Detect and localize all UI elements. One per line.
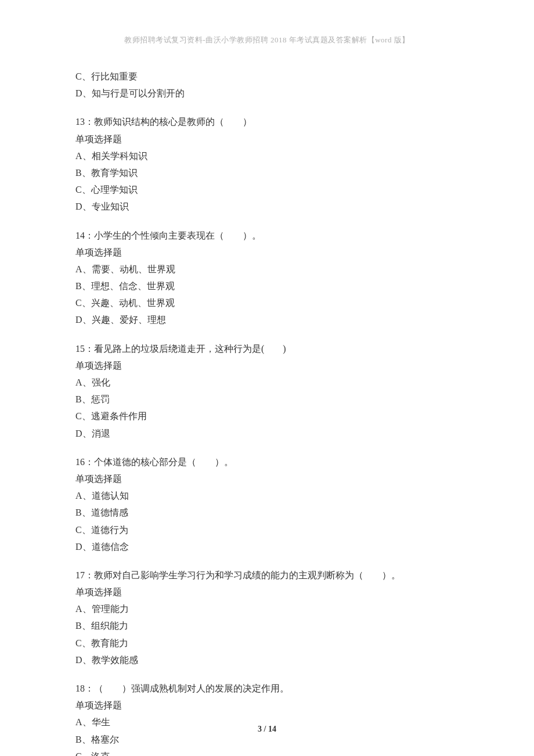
option-d: D、专业知识 bbox=[75, 199, 459, 214]
option-c: C、教育能力 bbox=[75, 635, 459, 651]
question-14: 14：小学生的个性倾向主要表现在（ ）。 单项选择题 A、需要、动机、世界观 B… bbox=[75, 228, 459, 328]
option-b: B、理想、信念、世界观 bbox=[75, 278, 459, 294]
page-header: 教师招聘考试复习资料-曲沃小学教师招聘 2018 年考试真题及答案解析【word… bbox=[0, 0, 534, 45]
option-c: C、道德行为 bbox=[75, 522, 459, 538]
question-type: 单项选择题 bbox=[75, 131, 459, 147]
question-17: 17：教师对自己影响学生学习行为和学习成绩的能力的主观判断称为（ ）。 单项选择… bbox=[75, 567, 459, 668]
option-b: B、惩罚 bbox=[75, 391, 459, 407]
option-c: C、行比知重要 bbox=[75, 69, 459, 84]
question-type: 单项选择题 bbox=[75, 697, 459, 713]
option-d: D、兴趣、爱好、理想 bbox=[75, 312, 459, 327]
option-d: D、消退 bbox=[75, 426, 459, 441]
option-c: C、心理学知识 bbox=[75, 182, 459, 197]
document-body: C、行比知重要 D、知与行是可以分割开的 13：教师知识结构的核心是教师的（ ）… bbox=[0, 45, 534, 756]
question-stem: 14：小学生的个性倾向主要表现在（ ）。 bbox=[75, 228, 459, 243]
question-stem: 16：个体道德的核心部分是（ ）。 bbox=[75, 454, 459, 470]
question-18: 18：（ ）强调成熟机制对人的发展的决定作用。 单项选择题 A、华生 B、格塞尔… bbox=[75, 681, 459, 756]
option-a: A、道德认知 bbox=[75, 488, 459, 503]
option-a: A、强化 bbox=[75, 375, 459, 390]
question-16: 16：个体道德的核心部分是（ ）。 单项选择题 A、道德认知 B、道德情感 C、… bbox=[75, 454, 459, 555]
option-a: A、相关学科知识 bbox=[75, 148, 459, 164]
question-type: 单项选择题 bbox=[75, 584, 459, 600]
option-b: B、组织能力 bbox=[75, 618, 459, 633]
option-c: C、洛克 bbox=[75, 748, 459, 756]
question-type: 单项选择题 bbox=[75, 471, 459, 487]
page-sep: / bbox=[262, 725, 268, 733]
page-footer: 3 / 14 bbox=[0, 725, 534, 734]
option-a: A、管理能力 bbox=[75, 601, 459, 617]
question-12-tail: C、行比知重要 D、知与行是可以分割开的 bbox=[75, 69, 459, 101]
question-type: 单项选择题 bbox=[75, 358, 459, 373]
option-b: B、教育学知识 bbox=[75, 165, 459, 181]
option-c: C、逃避条件作用 bbox=[75, 408, 459, 424]
question-13: 13：教师知识结构的核心是教师的（ ） 单项选择题 A、相关学科知识 B、教育学… bbox=[75, 114, 459, 214]
option-b: B、道德情感 bbox=[75, 505, 459, 520]
question-stem: 13：教师知识结构的核心是教师的（ ） bbox=[75, 114, 459, 129]
question-stem: 17：教师对自己影响学生学习行为和学习成绩的能力的主观判断称为（ ）。 bbox=[75, 567, 459, 583]
option-d: D、知与行是可以分割开的 bbox=[75, 85, 459, 101]
page-total: 14 bbox=[268, 725, 276, 733]
page-current: 3 bbox=[258, 725, 262, 733]
option-d: D、道德信念 bbox=[75, 539, 459, 555]
question-stem: 18：（ ）强调成熟机制对人的发展的决定作用。 bbox=[75, 681, 459, 696]
question-type: 单项选择题 bbox=[75, 244, 459, 260]
option-d: D、教学效能感 bbox=[75, 652, 459, 668]
option-a: A、需要、动机、世界观 bbox=[75, 261, 459, 277]
question-stem: 15：看见路上的垃圾后绕道走开，这种行为是( ) bbox=[75, 341, 459, 357]
option-c: C、兴趣、动机、世界观 bbox=[75, 295, 459, 311]
question-15: 15：看见路上的垃圾后绕道走开，这种行为是( ) 单项选择题 A、强化 B、惩罚… bbox=[75, 341, 459, 441]
